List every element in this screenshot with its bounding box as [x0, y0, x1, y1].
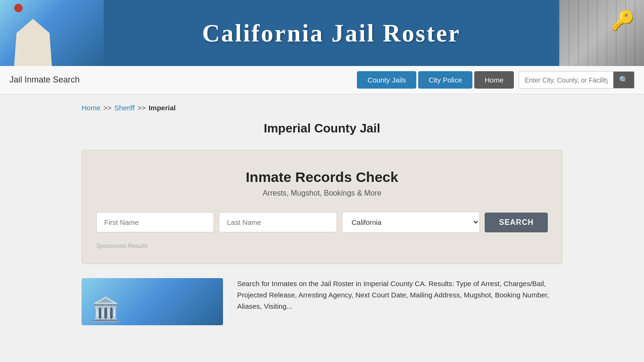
- county-jails-button[interactable]: County Jails: [357, 71, 416, 89]
- lower-description: Search for Inmates on the Jail Roster in…: [237, 278, 562, 312]
- sponsored-label: Sponsored Results: [96, 242, 548, 249]
- search-icon: 🔍: [619, 76, 628, 84]
- search-button[interactable]: SEARCH: [485, 213, 548, 232]
- breadcrumb: Home >> Sheriff >> Imperial: [82, 104, 562, 112]
- header-banner: California Jail Roster: [0, 0, 644, 66]
- home-button[interactable]: Home: [474, 71, 514, 89]
- records-title: Inmate Records Check: [96, 169, 548, 185]
- nav-search-button[interactable]: 🔍: [613, 72, 634, 88]
- breadcrumb-sheriff[interactable]: Sheriff: [115, 104, 135, 112]
- navbar: Jail Inmate Search County Jails City Pol…: [0, 66, 644, 94]
- banner-title: California Jail Roster: [113, 19, 550, 47]
- search-form: AlabamaAlaskaArizonaArkansasCaliforniaCo…: [96, 212, 548, 233]
- records-subtitle: Arrests, Mugshot, Bookings & More: [96, 189, 548, 197]
- page-title: Imperial County Jail: [82, 121, 562, 136]
- banner-center: California Jail Roster: [104, 19, 559, 47]
- breadcrumb-sep2: >>: [138, 104, 146, 112]
- nav-search-input[interactable]: [519, 73, 613, 88]
- banner-left-image: [0, 0, 104, 66]
- city-police-button[interactable]: City Police: [418, 71, 472, 89]
- main-content: Home >> Sheriff >> Imperial Imperial Cou…: [63, 94, 581, 335]
- lower-section: Search for Inmates on the Jail Roster in…: [82, 278, 562, 325]
- nav-search-box: 🔍: [519, 71, 635, 89]
- breadcrumb-sep1: >>: [103, 104, 112, 112]
- banner-right-image: [559, 0, 644, 66]
- lower-image: [82, 278, 223, 325]
- breadcrumb-home[interactable]: Home: [82, 104, 100, 112]
- state-select[interactable]: AlabamaAlaskaArizonaArkansasCaliforniaCo…: [342, 212, 480, 233]
- nav-buttons: County Jails City Police Home: [357, 71, 514, 89]
- last-name-input[interactable]: [219, 212, 337, 232]
- nav-brand: Jail Inmate Search: [9, 75, 357, 85]
- breadcrumb-current: Imperial: [149, 104, 176, 112]
- first-name-input[interactable]: [96, 212, 214, 232]
- records-box: Inmate Records Check Arrests, Mugshot, B…: [82, 150, 562, 264]
